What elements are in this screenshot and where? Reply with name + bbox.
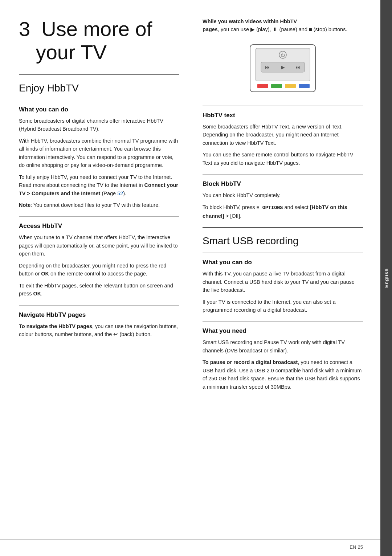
hbbtv-text-divider [203,106,363,106]
access-para2-suffix: on the remote control to access the page… [49,271,147,277]
svg-rect-11 [299,84,310,88]
while-watch-para: While you watch videos within HbbTV page… [203,17,363,34]
hbbtv-text-para2: You can use the same remote control butt… [203,151,363,167]
note-text: : You cannot download files to your TV w… [30,202,160,208]
page-container: 3 Use more of your TV Enjoy HbbTV What y… [0,0,392,556]
access-hbbtv-block: Access HbbTV When you tune to a TV chann… [19,222,179,298]
navigate-para1-bold: To navigate the HbbTV pages [19,323,92,329]
svg-text:⏭: ⏭ [295,64,301,70]
para3-page: 52 [117,191,123,196]
hbbtv-text-block: HbbTV text Some broadcasters offer HbbTV… [203,112,363,168]
section-divider-2 [19,216,179,217]
side-tab-label: English [384,268,389,288]
section-divider-3 [19,305,179,306]
svg-rect-9 [271,84,282,88]
block-hbbtv-divider [203,174,363,175]
what-you-need-para1: Smart USB recording and Pause TV work on… [203,338,363,355]
chapter-title-line2: your TV [36,41,107,64]
what-you-can-do-block: What you can do Some broadcasters of dig… [19,106,179,210]
access-hbbtv-para3: To exit the HbbTV pages, select the rele… [19,282,179,298]
hbbtv-text-para1: Some broadcasters offer HbbTV Text, a ne… [203,123,363,147]
what-you-need-para2: To pause or record a digital broadcast, … [203,358,363,391]
hbbtv-text-heading: HbbTV text [203,112,363,119]
what-you-need-divider [203,321,363,322]
block-hbbtv-para2: To block HbbTV, press ≡ OPTIONS and sele… [203,203,363,220]
what-you-can-do-para3: To fully enjoy HbbTV, you need to connec… [19,173,179,197]
chapter-title: 3 Use more of your TV [19,17,179,64]
navigate-para1-back: ↩ (back) button. [112,331,152,337]
while-watch-block: While you watch videos within HbbTV page… [203,17,363,34]
access-para2-ok: OK [41,271,49,277]
svg-text:⏻: ⏻ [281,52,285,57]
smart-usb-what-heading: What you can do [203,259,363,266]
right-column: While you watch videos within HbbTV page… [200,17,363,539]
footer-lang: EN [350,544,356,550]
what-you-can-do-note: Note: You cannot download files to your … [19,201,179,209]
chapter-divider [19,74,179,75]
svg-text:▶: ▶ [281,64,285,70]
access-hbbtv-para1: When you tune to a TV channel that offer… [19,233,179,258]
what-you-can-do-para2: With HbbTV, broadcasters combine their n… [19,137,179,169]
while-watch-text: , you can use ▶ (play), ⏸ (pause) and ■ … [218,26,347,32]
need-para2-bold: To pause or record a digital broadcast [203,359,298,365]
while-watch-heading: While you watch videos within HbbTV [203,19,297,24]
enjoy-hbbtv-title: Enjoy HbbTV [19,82,179,94]
note-label: Note [19,202,30,208]
section-divider-1 [19,100,179,100]
svg-rect-8 [257,84,268,88]
chapter-number: 3 [19,17,30,40]
smart-usb-what-you-can-do: What you can do With this TV, you can pa… [203,259,363,315]
chapter-title-line1: Use more of [41,17,152,40]
smart-usb-title: Smart USB recording [203,235,363,247]
block-para2-suffix: > [Off]. [224,213,242,219]
svg-rect-10 [285,84,296,88]
tv-remote-image-area: ⏻ ⏮ ▶ ⏭ [203,41,363,99]
para3-end: ). [123,191,126,196]
what-you-can-do-heading: What you can do [19,106,179,113]
block-para2-options: ≡ OPTIONS [257,205,283,210]
tv-remote-svg: ⏻ ⏮ ▶ ⏭ [246,41,319,99]
smart-usb-section: Smart USB recording What you can do With… [203,235,363,392]
while-watch-pages-bold: pages [203,26,218,32]
language-side-tab: English [380,0,392,556]
what-you-need-block: What you need Smart USB recording and Pa… [203,327,363,392]
navigate-hbbtv-block: Navigate HbbTV pages To navigate the Hbb… [19,311,179,339]
block-hbbtv-heading: Block HbbTV [203,180,363,188]
block-hbbtv-block: Block HbbTV You can block HbbTV complete… [203,180,363,221]
block-hbbtv-para1: You can block HbbTV completely. [203,191,363,199]
access-hbbtv-para2: Depending on the broadcaster, you might … [19,262,179,278]
access-hbbtv-heading: Access HbbTV [19,222,179,230]
what-you-can-do-para1: Some broadcasters of digital channels of… [19,117,179,133]
svg-text:⏮: ⏮ [265,64,270,70]
left-column: 3 Use more of your TV Enjoy HbbTV What y… [19,17,188,539]
smart-usb-para2: If your TV is connected to the Internet,… [203,298,363,314]
main-content: 3 Use more of your TV Enjoy HbbTV What y… [0,0,380,556]
smart-usb-para1: With this TV, you can pause a live TV br… [203,270,363,294]
navigate-hbbtv-para1: To navigate the HbbTV pages, you can use… [19,322,179,339]
block-para2-middle: and select [283,204,310,210]
access-para3-ok: OK [33,291,41,297]
access-para3-suffix: . [41,291,42,297]
smart-usb-inner-divider [203,253,363,253]
block-para2-prefix: To block HbbTV, press [203,204,257,210]
navigate-hbbtv-heading: Navigate HbbTV pages [19,311,179,319]
what-you-need-heading: What you need [203,327,363,335]
footer-bar: EN 25 [0,539,380,556]
footer-page-number: 25 [358,544,363,550]
smart-usb-divider [203,227,363,228]
para3-suffix: (Page [100,191,117,196]
